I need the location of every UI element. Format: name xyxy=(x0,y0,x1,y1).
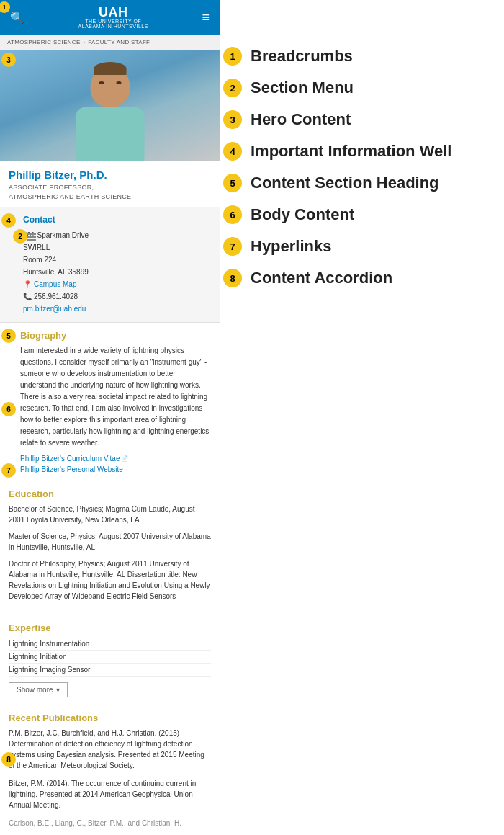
section-menu-icon[interactable] xyxy=(27,233,36,241)
logo-full-text: THE UNIVERSITY OFALABAMA IN HUNTSVILLE xyxy=(78,19,148,29)
annotation-row-3: 3 Hero Content xyxy=(223,110,497,129)
publications-section: Recent Publications P.M. Bitzer, J.C. Bu… xyxy=(0,705,220,835)
chevron-down-icon: ▾ xyxy=(56,686,60,694)
annotation-row-8: 8 Content Accordion xyxy=(223,269,497,287)
expertise-section: 8 Expertise Lightning Instrumentation Li… xyxy=(0,615,220,705)
expertise-list: Lightning Instrumentation Lightning Init… xyxy=(9,638,211,677)
annotation-row-7: 7 Hyperlinks xyxy=(223,237,497,256)
badge-3: 3 xyxy=(1,53,16,67)
phone-row: 📞 256.961.4028 xyxy=(23,290,211,303)
profile-name: Phillip Bitzer, Ph.D. xyxy=(9,169,211,181)
annotation-badge-2: 2 xyxy=(223,79,242,97)
annotation-panel: 1 Breadcrumbs 2 Section Menu 3 Hero Cont… xyxy=(223,47,497,300)
edu-entry-2: Master of Science, Physics; August 2007 … xyxy=(9,531,211,553)
education-section: Education Bachelor of Science, Physics; … xyxy=(0,481,220,615)
breadcrumb: 1 ATMOSPHERIC SCIENCE › FACULTY AND STAF… xyxy=(0,35,220,50)
annotation-label-2: Section Menu xyxy=(251,79,354,97)
annotation-label-1: Breadcrumbs xyxy=(251,47,353,66)
publications-heading: Recent Publications xyxy=(9,713,211,723)
annotation-badge-1: 1 xyxy=(223,47,242,66)
profile-info: Phillip Bitzer, Ph.D. ASSOCIATE PROFESSO… xyxy=(0,161,220,207)
person-body xyxy=(76,107,144,161)
annotation-badge-7: 7 xyxy=(223,237,242,256)
profile-title: ASSOCIATE PROFESSOR, ATMOSPHERIC AND EAR… xyxy=(9,183,211,201)
annotation-label-6: Body Content xyxy=(251,205,354,224)
biography-heading: Biography xyxy=(20,330,211,341)
contact-section: 4 2 Contact 301 Sparkman Drive SWIRLL Ro… xyxy=(0,207,220,323)
contact-heading: Contact xyxy=(23,215,211,225)
breadcrumb-separator: › xyxy=(84,39,86,45)
annotation-row-5: 5 Content Section Heading xyxy=(223,174,497,192)
address-line1: 301 Sparkman Drive xyxy=(23,229,211,241)
email-link[interactable]: pm.bitzer@uah.edu xyxy=(23,305,86,313)
edu-entry-1: Bachelor of Science, Physics; Magma Cum … xyxy=(9,504,211,525)
list-item: Lightning Instrumentation xyxy=(9,638,211,651)
annotation-label-8: Content Accordion xyxy=(251,269,392,287)
biography-section: 5 6 7 Biography I am interested in a wid… xyxy=(0,323,220,481)
annotation-row-4: 4 Important Information Well xyxy=(223,142,497,161)
annotation-row-1: 1 Breadcrumbs xyxy=(223,47,497,66)
annotation-label-7: Hyperlinks xyxy=(251,237,332,256)
annotation-label-4: Important Information Well xyxy=(251,142,451,161)
address-line2: SWIRLL xyxy=(23,241,211,254)
address-line3: Room 224 xyxy=(23,254,211,266)
edu-entry-3: Doctor of Philosophy, Physics; August 20… xyxy=(9,558,211,602)
list-item: Lightning Imaging Sensor xyxy=(9,664,211,677)
address-line4: Huntsville, AL 35899 xyxy=(23,266,211,278)
map-pin-icon: 📍 xyxy=(23,278,32,290)
logo-abbr: UAH xyxy=(99,6,128,19)
search-icon[interactable]: 🔍 xyxy=(10,11,24,24)
annotation-badge-4: 4 xyxy=(223,142,242,161)
show-more-button[interactable]: Show more ▾ xyxy=(9,682,68,697)
phone-icon: 📞 xyxy=(23,290,32,303)
breadcrumb-current: FACULTY AND STAFF xyxy=(88,39,150,45)
annotation-badge-5: 5 xyxy=(223,174,242,192)
campus-map-link[interactable]: 📍 Campus Map xyxy=(23,278,211,290)
education-heading: Education xyxy=(9,488,211,499)
hero-image xyxy=(0,50,220,161)
annotation-row-6: 6 Body Content xyxy=(223,205,497,224)
site-logo: UAH THE UNIVERSITY OFALABAMA IN HUNTSVIL… xyxy=(78,6,148,29)
external-link-icon: 📄 xyxy=(121,455,128,462)
contact-info: 301 Sparkman Drive SWIRLL Room 224 Hunts… xyxy=(23,229,211,315)
annotation-badge-6: 6 xyxy=(223,205,242,224)
annotation-label-5: Content Section Heading xyxy=(251,174,439,192)
list-item: Lightning Initiation xyxy=(9,651,211,664)
biography-text: I am interested in a wide variety of lig… xyxy=(20,345,211,449)
site-header: 🔍 UAH THE UNIVERSITY OFALABAMA IN HUNTSV… xyxy=(0,0,220,35)
breadcrumb-item-1[interactable]: ATMOSPHERIC SCIENCE xyxy=(7,39,81,45)
expertise-heading: Expertise xyxy=(9,622,211,633)
pub-entry-1: P.M. Bitzer, J.C. Burchfield, and H.J. C… xyxy=(9,728,211,771)
hero-section: 3 xyxy=(0,50,220,161)
annotation-label-3: Hero Content xyxy=(251,110,351,129)
annotation-badge-3: 3 xyxy=(223,110,242,129)
menu-icon[interactable]: ≡ xyxy=(202,10,210,25)
annotation-badge-8: 8 xyxy=(223,269,242,287)
pub-entry-2: Bitzer, P.M. (2014). The occurrence of c… xyxy=(9,778,211,811)
annotation-row-2: 2 Section Menu xyxy=(223,79,497,97)
badge-7: 7 xyxy=(1,463,16,478)
person-head xyxy=(90,66,130,107)
pub-entry-3: Carlson, B.E., Liang, C., Bitzer, P.M., … xyxy=(9,818,211,829)
cv-link[interactable]: Phillip Bitzer's Curriculum Vitae 📄 xyxy=(20,455,211,463)
personal-website-link[interactable]: Phillip Bitzer's Personal Website xyxy=(20,465,211,473)
